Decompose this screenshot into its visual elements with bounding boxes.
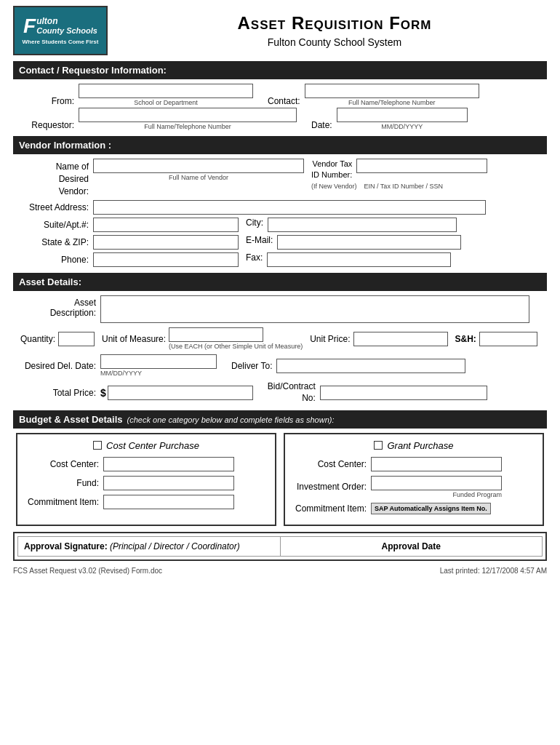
total-price-input[interactable] (108, 386, 253, 400)
vendor-tax-label: Vendor TaxID Number: (311, 159, 356, 181)
requestor-input[interactable] (79, 108, 297, 122)
state-zip-input[interactable] (93, 235, 239, 250)
col1-commitment-input[interactable] (103, 495, 234, 509)
date-input[interactable] (337, 108, 468, 122)
date-sublabel: MM/DD/YYYY (381, 123, 423, 130)
approval-section: Approval Signature: (Principal / Directo… (13, 532, 547, 561)
approval-sig-note: (Principal / Director / Coordinator) (110, 541, 240, 551)
del-date-label: Desired Del. Date: (20, 361, 100, 371)
requestor-field-group: Full Name/Telephone Number (79, 108, 297, 130)
contact-input[interactable] (305, 84, 479, 98)
unit-price-input[interactable] (353, 332, 448, 346)
deliver-to-input[interactable] (276, 359, 465, 373)
col2-investment-input[interactable] (371, 476, 502, 490)
asset-section: Asset Details: AssetDescription: Quantit… (13, 273, 547, 404)
vendor-name-label: Name ofDesiredVendor: (20, 159, 93, 197)
footer-left: FCS Asset Request v3.02 (Revised) Form.d… (13, 567, 162, 575)
vendor-tax-sublabels: (If New Vendor) EIN / Tax ID Number / SS… (311, 183, 443, 190)
approval-sig-area: Approval Signature: (Principal / Directo… (18, 537, 281, 556)
contact-section: Contact / Requestor Information: From: S… (13, 61, 547, 130)
ein-label: EIN / Tax ID Number / SSN (364, 183, 443, 190)
asset-header: Asset Details: (13, 273, 547, 291)
budget-section: Budget & Asset Details (check one catego… (13, 410, 547, 526)
cost-center-title: Cost Center Purchase (106, 440, 199, 451)
vendor-tax-input[interactable] (356, 159, 487, 173)
qty-input[interactable] (58, 332, 95, 346)
dollar-sign: $ (100, 387, 106, 399)
state-zip-label: State & ZIP: (20, 235, 93, 247)
street-label: Street Address: (20, 200, 93, 212)
col1-cost-center-input[interactable] (103, 457, 234, 471)
vendor-tax-group: Vendor TaxID Number: (If New Vendor) EIN… (311, 159, 487, 190)
col2-cost-center-label: Cost Center: (291, 459, 371, 469)
phone-input[interactable] (93, 252, 239, 267)
budget-grid: Cost Center Purchase Cost Center: Fund: … (13, 433, 547, 526)
bid-contract-input[interactable] (320, 386, 487, 400)
city-input[interactable] (268, 218, 457, 232)
col2-cost-center-input[interactable] (371, 457, 502, 471)
vendor-name-row: Name ofDesiredVendor: Full Name of Vendo… (13, 159, 547, 197)
approval-inner: Approval Signature: (Principal / Directo… (17, 536, 543, 557)
total-bid-row: Total Price: $ Bid/ContractNo: (13, 381, 547, 404)
sh-label: S&H: (455, 334, 476, 344)
uom-input[interactable] (169, 327, 263, 342)
budget-col1-header: Cost Center Purchase (23, 440, 269, 451)
sap-auto-button[interactable]: SAP Automatically Assigns Item No. (371, 503, 491, 514)
uom-group: (Use EACH (or Other Simple Unit of Measu… (169, 327, 303, 350)
city-label: City: (246, 218, 263, 228)
approval-date-area: Approval Date (281, 537, 543, 556)
col1-fund-input[interactable] (103, 476, 234, 490)
phone-fax-row: Phone: Fax: (13, 252, 547, 267)
contact-header: Contact / Requestor Information: (13, 61, 547, 79)
col2-investment-row: Investment Order: Funded Program (291, 476, 537, 498)
email-input[interactable] (277, 235, 461, 250)
from-row: From: School or Department Contact: Full… (13, 84, 547, 106)
title-area: Asset Requisition Form Fulton County Sch… (108, 13, 547, 48)
vendor-section: Vendor Information : Name ofDesiredVendo… (13, 136, 547, 267)
from-sublabel: School or Department (134, 99, 198, 106)
page: F ulton County Schools Where Students Co… (0, 0, 560, 745)
vendor-header: Vendor Information : (13, 136, 547, 154)
suite-input[interactable] (93, 218, 239, 232)
footer-right: Last printed: 12/17/2008 4:57 AM (440, 567, 547, 575)
from-input[interactable] (79, 84, 253, 98)
logo-tagline: Where Students Come First (23, 39, 99, 45)
budget-header-text: Budget & Asset Details (19, 414, 123, 425)
street-input[interactable] (93, 200, 486, 215)
col2-commitment-row: Commitment Item: SAP Automatically Assig… (291, 503, 537, 514)
contact-label: Contact: (268, 96, 300, 106)
vendor-tax-inner: Vendor TaxID Number: (311, 159, 487, 181)
asset-desc-row: AssetDescription: (13, 295, 547, 323)
asset-desc-input[interactable] (100, 295, 529, 323)
vendor-name-input[interactable] (93, 159, 304, 173)
state-email-row: State & ZIP: E-Mail: (13, 235, 547, 250)
logo: F ulton County Schools Where Students Co… (13, 6, 108, 55)
total-price-label: Total Price: (20, 388, 100, 398)
logo-line1: ulton (36, 16, 97, 26)
vendor-name-field-group: Full Name of Vendor (93, 159, 304, 181)
uom-label: Unit of Measure: (102, 334, 166, 344)
del-date-input[interactable] (100, 354, 217, 369)
col1-fund-row: Fund: (23, 476, 269, 490)
from-label: From: (20, 96, 79, 106)
from-field-group: School or Department (79, 84, 253, 106)
cost-center-checkbox[interactable] (93, 441, 102, 450)
vendor-name-sublabel: Full Name of Vendor (93, 174, 304, 181)
budget-col2: Grant Purchase Cost Center: Investment O… (284, 433, 544, 526)
grant-title: Grant Purchase (387, 440, 453, 451)
street-row: Street Address: (13, 200, 547, 215)
del-date-group: MM/DD/YYYY (100, 354, 217, 377)
suite-city-row: Suite/Apt.#: City: (13, 218, 547, 232)
fax-input[interactable] (267, 252, 451, 267)
suite-label: Suite/Apt.#: (20, 218, 93, 230)
grant-purchase-checkbox[interactable] (374, 441, 383, 450)
col1-fund-label: Fund: (23, 478, 103, 488)
form-title: Asset Requisition Form (122, 13, 547, 33)
col1-cost-center-row: Cost Center: (23, 457, 269, 471)
contact-field-group: Full Name/Telephone Number (305, 84, 479, 106)
requestor-label: Requestor: (20, 120, 79, 130)
col2-investment-label: Investment Order: (291, 482, 371, 492)
sh-input[interactable] (479, 332, 537, 346)
budget-header: Budget & Asset Details (check one catego… (13, 410, 547, 429)
email-label: E-Mail: (246, 235, 273, 245)
